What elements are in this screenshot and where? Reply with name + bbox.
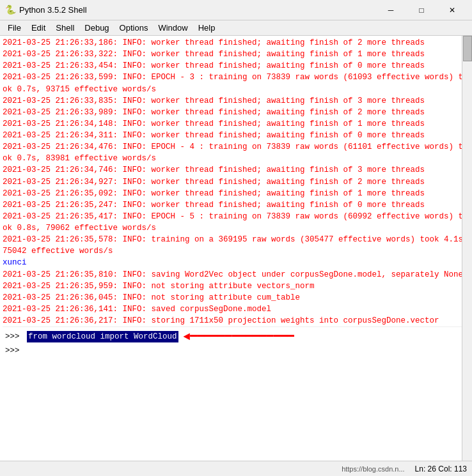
shell-line: 2021-03-25 21:26:35,810: INFO: saving Wo… bbox=[3, 269, 469, 280]
shell-line: 2021-03-25 21:26:33,322: INFO: worker th… bbox=[3, 49, 469, 60]
minimize-button[interactable]: ─ bbox=[376, 0, 405, 20]
shell-line: 2021-03-25 21:26:33,454: INFO: worker th… bbox=[3, 60, 469, 72]
shell-output: 2021-03-25 21:26:33,186: INFO: worker th… bbox=[0, 36, 472, 461]
shell-line: 2021-03-25 21:26:35,417: INFO: EPOCH - 5… bbox=[3, 211, 469, 234]
maximize-button[interactable]: □ bbox=[407, 0, 436, 20]
shell-line: 2021-03-25 21:26:33,599: INFO: EPOCH - 3… bbox=[3, 72, 469, 95]
shell-line: 2021-03-25 21:26:33,186: INFO: worker th… bbox=[3, 37, 469, 49]
shell-line: 2021-03-25 21:26:34,476: INFO: EPOCH - 4… bbox=[3, 141, 469, 164]
shell-line: 2021-03-25 21:26:35,959: INFO: not stori… bbox=[3, 280, 469, 292]
status-url: https://blog.csdn.n... bbox=[342, 465, 404, 473]
scrollbar-thumb[interactable] bbox=[463, 36, 472, 61]
menu-edit[interactable]: Edit bbox=[26, 22, 51, 34]
menu-window[interactable]: Window bbox=[153, 22, 193, 34]
arrow-icon: ◄━━━━━━━━━━━━━━━ bbox=[184, 328, 294, 345]
shell-line: 2021-03-25 21:26:36,141: INFO: saved cor… bbox=[3, 303, 469, 315]
shell-line: 2021-03-25 21:26:34,927: INFO: worker th… bbox=[3, 176, 469, 188]
scrollbar[interactable] bbox=[462, 36, 472, 461]
menu-file[interactable]: File bbox=[3, 22, 26, 34]
status-position: Ln: 26 Col: 113 bbox=[415, 464, 467, 473]
close-button[interactable]: ✕ bbox=[437, 0, 467, 20]
shell-line: 2021-03-25 21:26:34,311: INFO: worker th… bbox=[3, 130, 469, 141]
shell-area: 2021-03-25 21:26:33,186: INFO: worker th… bbox=[0, 36, 472, 461]
shell-line: 2021-03-25 21:26:33,989: INFO: worker th… bbox=[3, 107, 469, 118]
window-controls: ─ □ ✕ bbox=[376, 0, 467, 20]
shell-line: 2021-03-25 21:26:36,045: INFO: not stori… bbox=[3, 292, 469, 303]
prompt-2: >>> bbox=[5, 345, 24, 357]
shell-line: 2021-03-25 21:26:34,746: INFO: worker th… bbox=[3, 164, 469, 176]
shell-line: 2021-03-25 21:26:36,217: INFO: storing 1… bbox=[3, 315, 469, 326]
input-area: >>> from wordcloud import WordCloud ◄━━━… bbox=[3, 326, 469, 358]
input-line-2: >>> bbox=[5, 345, 467, 357]
title-bar: 🐍 Python 3.5.2 Shell ─ □ ✕ bbox=[0, 0, 472, 20]
shell-line: 2021-03-25 21:26:35,578: INFO: training … bbox=[3, 234, 469, 257]
menu-help[interactable]: Help bbox=[193, 22, 221, 34]
menu-debug[interactable]: Debug bbox=[79, 22, 114, 34]
shell-line: 2021-03-25 21:26:34,148: INFO: worker th… bbox=[3, 118, 469, 130]
prompt-1: >>> bbox=[5, 331, 24, 342]
shell-line: xunci bbox=[3, 257, 469, 268]
input-line-1: >>> from wordcloud import WordCloud ◄━━━… bbox=[5, 328, 467, 345]
shell-line: 2021-03-25 21:26:33,835: INFO: worker th… bbox=[3, 95, 469, 107]
shell-line: 2021-03-25 21:26:35,247: INFO: worker th… bbox=[3, 199, 469, 211]
window-title: Python 3.5.2 Shell bbox=[19, 5, 376, 15]
menu-shell[interactable]: Shell bbox=[51, 22, 79, 34]
status-bar: https://blog.csdn.n... Ln: 26 Col: 113 bbox=[0, 461, 472, 476]
app-icon: 🐍 bbox=[5, 5, 15, 15]
menu-bar: File Edit Shell Debug Options Window Hel… bbox=[0, 20, 472, 36]
menu-options[interactable]: Options bbox=[114, 22, 153, 34]
shell-line: 2021-03-25 21:26:35,092: INFO: worker th… bbox=[3, 188, 469, 199]
input-command[interactable]: from wordcloud import WordCloud bbox=[27, 331, 178, 342]
